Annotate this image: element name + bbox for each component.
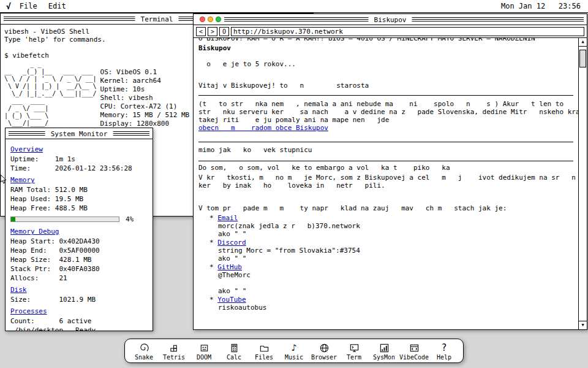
snake-icon bbox=[139, 342, 149, 353]
browser-page: O BISKUPOV! KAM — O R — A KAM?! BIOS — 4… bbox=[194, 38, 578, 329]
traffic-lights bbox=[197, 14, 224, 25]
page-disclaimer: (t to str nka nem , nemala a ani nebude … bbox=[198, 100, 573, 124]
contact-list: * Email morc(znak jedla z r b)370.networ… bbox=[198, 214, 573, 312]
vertical-scrollbar[interactable]: ▲ ▼ bbox=[578, 38, 587, 329]
page-topnav[interactable]: O BISKUPOV! KAM — O R — A KAM?! BIOS — 4… bbox=[198, 38, 573, 42]
dock-item-files[interactable]: Files bbox=[250, 342, 278, 361]
page-welcome-line: Vitaj v Biskupovej! to n starosta bbox=[198, 82, 573, 90]
section-processes[interactable]: Processes bbox=[10, 307, 47, 316]
browser-window: Biskupov < > O O BISKUPOV! KAM — O R — A… bbox=[193, 13, 587, 330]
globe-icon bbox=[319, 342, 330, 353]
back-button[interactable]: < bbox=[196, 27, 206, 36]
menu-bar: √ File Edit Mon Jan 12 23:56 bbox=[0, 0, 588, 13]
sysmon-titlebar[interactable]: System Monitor bbox=[6, 128, 153, 139]
menu-edit[interactable]: Edit bbox=[48, 2, 66, 10]
tetris-icon bbox=[169, 342, 179, 353]
list-item-youtube: * YouTube riskoautobus bbox=[209, 296, 573, 312]
terminal-title: Terminal bbox=[135, 15, 179, 23]
bullet-marker: * bbox=[209, 263, 214, 271]
scroll-down-icon[interactable]: ▼ bbox=[579, 321, 587, 329]
question-mark-icon: ? bbox=[441, 342, 447, 353]
divider bbox=[198, 142, 573, 142]
github-link[interactable]: GitHub bbox=[217, 263, 242, 271]
dock-item-label: Files bbox=[255, 354, 273, 361]
disk-rows: Size: 1021.9 MB bbox=[10, 295, 148, 304]
browser-title: Biskupov bbox=[369, 15, 412, 23]
dock-item-calc[interactable]: Calc bbox=[220, 342, 248, 361]
dock-item-label: Term bbox=[347, 354, 361, 361]
discord-detail: string Morc = "from Slovakia":#3754 ako … bbox=[218, 247, 573, 263]
dock-item-label: Music bbox=[285, 354, 303, 361]
reload-button[interactable]: O bbox=[219, 27, 229, 36]
zoom-button[interactable] bbox=[216, 17, 221, 22]
browser-titlebar[interactable]: Biskupov bbox=[194, 14, 587, 25]
dock-item-help[interactable]: ? Help bbox=[430, 342, 458, 361]
page-five-years-line: o e je to 5 rokov... bbox=[198, 60, 573, 68]
email-detail: morc(znak jedla z r b)370.network ako " … bbox=[218, 222, 573, 238]
dock-item-doom[interactable]: DOOM bbox=[190, 342, 218, 361]
dock-item-label: Browser bbox=[311, 354, 337, 361]
progress-track bbox=[10, 217, 119, 222]
divider bbox=[198, 95, 573, 96]
memory-rows: RAM Total: 512.0 MB Heap Used: 19.5 MB H… bbox=[10, 185, 148, 213]
section-memory[interactable]: Memory bbox=[10, 175, 35, 185]
page-findme-line: V tom pr pade m m ty napr klad na zauj m… bbox=[198, 204, 573, 212]
page-who-line: Do som, o som, vol ke to embargo a vol k… bbox=[198, 164, 573, 172]
divider bbox=[198, 161, 573, 161]
list-item-email: * Email morc(znak jedla z r b)370.networ… bbox=[209, 214, 573, 238]
terminal-icon bbox=[349, 342, 360, 353]
dock-item-label: Tetris bbox=[163, 354, 185, 361]
system-monitor-window: System Monitor Overview Uptime: 1m 1s Ti… bbox=[5, 128, 153, 331]
page-mimo-line: mimo jak ko vek stupnicu bbox=[198, 146, 573, 154]
dock-item-snake[interactable]: Snake bbox=[130, 342, 158, 361]
scrollbar-thumb[interactable] bbox=[579, 50, 586, 67]
dock-item-label: SysMon bbox=[373, 354, 395, 361]
dock-item-label: Snake bbox=[135, 354, 153, 361]
discord-link[interactable]: Discord bbox=[217, 239, 246, 247]
sysmon-content: Overview Uptime: 1m 1s Time: 2026-01-12 … bbox=[6, 139, 153, 331]
vibeos-logo-icon[interactable]: √ bbox=[6, 2, 11, 11]
dock-item-label: VibeCode bbox=[399, 354, 429, 361]
dock-item-label: DOOM bbox=[197, 354, 211, 361]
scroll-up-icon[interactable]: ▲ bbox=[579, 38, 587, 47]
bullet-marker: * bbox=[209, 214, 214, 222]
dock-item-label: Help bbox=[437, 354, 451, 361]
dock-item-music[interactable]: ♪ Music bbox=[280, 342, 308, 361]
page-about-text: V kr tkosti, m no m je Morc, som z Bisku… bbox=[198, 174, 573, 190]
bar-chart-icon bbox=[379, 342, 390, 353]
minimize-button[interactable] bbox=[208, 17, 213, 22]
section-memory-debug[interactable]: Memory Debug bbox=[10, 227, 59, 236]
calc-icon bbox=[229, 342, 239, 353]
menu-clock: Mon Jan 12 23:56 bbox=[501, 2, 581, 10]
close-button[interactable] bbox=[200, 17, 205, 22]
youtube-link[interactable]: YouTube bbox=[217, 296, 246, 304]
dock-item-label: Calc bbox=[227, 354, 241, 361]
email-link[interactable]: Email bbox=[217, 214, 238, 222]
council-link[interactable]: obecn m radom obce Biskupov bbox=[198, 124, 328, 132]
section-disk[interactable]: Disk bbox=[10, 285, 27, 294]
menu-file[interactable]: File bbox=[20, 2, 37, 10]
dock-item-term[interactable]: Term bbox=[340, 342, 368, 361]
page-heading: Biskupov bbox=[198, 44, 573, 52]
overview-rows: Uptime: 1m 1s Time: 2026-01-12 23:56:28 bbox=[10, 155, 148, 173]
dock-item-sysmon[interactable]: SysMon bbox=[370, 342, 398, 361]
youtube-detail: riskoautobus bbox=[218, 304, 573, 312]
url-input[interactable] bbox=[231, 27, 584, 36]
list-item-github: * GitHub @TheMorc ako " " bbox=[209, 263, 573, 295]
github-detail: @TheMorc ako " " bbox=[218, 271, 573, 295]
forward-button[interactable]: > bbox=[208, 27, 217, 36]
browser-urlbar: < > O bbox=[194, 25, 587, 38]
bullet-marker: * bbox=[209, 296, 214, 304]
dock-item-browser[interactable]: Browser bbox=[310, 342, 338, 361]
music-note-icon: ♪ bbox=[291, 342, 296, 353]
terminal-ascii-art: _ _ __ _(_) |__ ___ ___ \ \ / / | '_ \ /… bbox=[4, 61, 97, 128]
progress-label: 4% bbox=[126, 215, 134, 224]
bullet-marker: * bbox=[209, 239, 214, 247]
dock-item-tetris[interactable]: Tetris bbox=[160, 342, 188, 361]
memory-debug-rows: Heap Start: 0x402DA430 Heap End: 0x5AF00… bbox=[10, 237, 148, 283]
section-overview[interactable]: Overview bbox=[10, 145, 43, 154]
terminal-sysinfo: OS: VibeOS 0.1 Kernel: aarch64 Uptime: 1… bbox=[100, 68, 190, 128]
dock-item-vibecode[interactable]: VibeCode bbox=[400, 342, 428, 361]
sysmon-title: System Monitor bbox=[45, 129, 113, 137]
progress-fill bbox=[11, 217, 15, 221]
